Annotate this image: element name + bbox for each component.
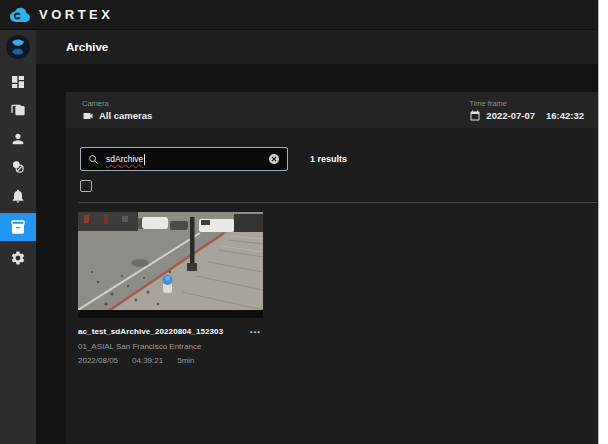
window-edge	[598, 0, 608, 444]
search-input[interactable]: sdArchive	[80, 147, 288, 171]
clear-search-button[interactable]	[268, 153, 280, 165]
bell-icon	[10, 188, 26, 204]
card-more-menu[interactable]: ...	[248, 327, 263, 333]
archive-panel: Camera All cameras Time frame 2022-07-07…	[66, 92, 598, 444]
search-icon	[88, 154, 99, 165]
top-bar: VORTEX	[0, 0, 598, 30]
sidebar-item-cameras[interactable]	[0, 96, 36, 124]
select-all-checkbox[interactable]	[80, 180, 92, 192]
card-duration: 5min	[177, 356, 194, 365]
page-title: Archive	[66, 41, 108, 53]
app-window: VORTEX	[0, 0, 598, 444]
video-thumbnail[interactable]	[78, 212, 263, 318]
text-caret	[144, 154, 145, 165]
user-icon	[10, 131, 26, 147]
sidebar-item-roles[interactable]	[0, 153, 36, 181]
brand-name: VORTEX	[39, 7, 113, 22]
timeframe-label: Time frame	[469, 99, 507, 108]
camera-filter[interactable]: Camera All cameras	[82, 99, 152, 122]
archive-icon	[10, 219, 26, 235]
camera-filter-label: Camera	[82, 99, 152, 108]
calendar-icon	[469, 110, 481, 122]
filter-bar: Camera All cameras Time frame 2022-07-07…	[66, 92, 598, 128]
close-circle-icon	[268, 153, 280, 165]
card-title: ac_test_sdArchive_20220804_152303	[78, 327, 223, 336]
results-divider	[78, 202, 597, 203]
sidebar-item-archive[interactable]	[0, 213, 36, 241]
timeframe-filter[interactable]: Time frame 2022-07-07 16:42:32	[469, 99, 584, 122]
card-meta: 2022/08/05 04:39:21 5min	[78, 356, 263, 365]
timeframe-time: 16:42:32	[546, 110, 584, 121]
videocam-icon	[82, 110, 94, 122]
roles-icon	[10, 159, 26, 175]
dashboard-icon	[10, 74, 26, 90]
cameras-icon	[10, 102, 26, 118]
card-date: 2022/08/05	[78, 356, 118, 365]
sidebar-item-dashboard[interactable]	[0, 68, 36, 96]
sidebar-item-users[interactable]	[0, 125, 36, 153]
card-time: 04:39:21	[132, 356, 163, 365]
page-header: Archive	[36, 30, 598, 64]
vortex-cloud-logo-icon	[8, 5, 32, 25]
sidebar-item-settings[interactable]	[0, 244, 36, 272]
org-avatar[interactable]	[6, 35, 30, 59]
search-value: sdArchive	[106, 154, 143, 164]
results-count: 1 results	[310, 154, 347, 164]
gear-icon	[10, 250, 26, 266]
search-row: sdArchive 1 results	[80, 147, 347, 171]
card-camera-name: 01_ASIAL San Francisco Entrance	[78, 342, 263, 351]
archive-result-card[interactable]: ac_test_sdArchive_20220804_152303 ... 01…	[78, 212, 263, 365]
camera-filter-value: All cameras	[99, 110, 152, 121]
sidebar-rail	[0, 30, 36, 444]
sidebar-item-notifications[interactable]	[0, 182, 36, 210]
timeframe-date: 2022-07-07	[486, 110, 535, 121]
